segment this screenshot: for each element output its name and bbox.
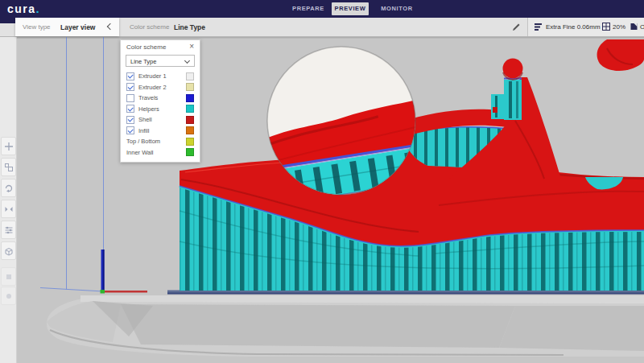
- extruder-1-checkbox[interactable]: [126, 72, 134, 80]
- travels-swatch: [186, 94, 194, 102]
- support-blocker-icon: [4, 246, 14, 256]
- cura-logo: cura.: [7, 0, 39, 18]
- legend-label: Extruder 2: [138, 84, 167, 91]
- extruder-2-swatch: [186, 83, 194, 91]
- tab-preview[interactable]: PREVIEW: [332, 2, 369, 15]
- 3d-viewport[interactable]: [0, 0, 644, 363]
- mast-dome: [503, 59, 523, 79]
- mast-support-column: [504, 80, 522, 120]
- infill-grid-icon: [602, 23, 610, 31]
- legend-label: Infill: [138, 127, 149, 134]
- chevron-down-icon: [184, 57, 190, 63]
- move-tool-button[interactable]: [1, 137, 16, 155]
- scale-icon: [4, 163, 14, 172]
- color-scheme-panel-header[interactable]: Color scheme ×: [121, 40, 200, 53]
- legend-row-extruder-1: Extruder 1: [121, 71, 200, 82]
- rotate-tool-button[interactable]: [1, 179, 16, 197]
- legend-row-helpers: Helpers: [121, 104, 200, 115]
- helpers-swatch: [186, 105, 194, 113]
- support-value: O: [640, 23, 644, 31]
- view-type-value: Layer view: [60, 23, 95, 31]
- legend-row-extruder-2: Extruder 2: [121, 82, 200, 93]
- support-icon: [630, 23, 638, 31]
- logo-notch: [0, 18, 15, 23]
- x-axis: [104, 291, 147, 293]
- dropdown-value: Line Type: [130, 58, 156, 65]
- model-baseline: [167, 291, 644, 295]
- extra-tool-2-button[interactable]: [1, 287, 16, 305]
- infill-checkbox[interactable]: [126, 126, 134, 134]
- legend-row-travels: Travels: [121, 93, 200, 104]
- legend-label: Helpers: [138, 105, 159, 113]
- line-type-dropdown[interactable]: Line Type: [126, 55, 195, 67]
- profile-value: Extra Fine 0.06mm: [546, 23, 601, 31]
- view-type-label: View type: [23, 23, 51, 31]
- legend-label: Travels: [138, 94, 158, 101]
- move-icon: [4, 142, 14, 151]
- legend-row-top-bottom: Top / Bottom: [121, 136, 200, 147]
- legend-row-shell: Shell: [121, 114, 200, 126]
- extra-tool-2-icon: [4, 291, 14, 301]
- legend-row-infill: Infill: [121, 126, 200, 137]
- extra-tool-1-button[interactable]: [1, 267, 16, 286]
- bow-tip: [597, 39, 644, 71]
- close-icon[interactable]: ×: [189, 43, 194, 51]
- mirror-tool-button[interactable]: [1, 200, 16, 218]
- chevron-left-icon[interactable]: [107, 23, 114, 30]
- print-settings-summary[interactable]: Extra Fine 0.06mm 20% O: [527, 18, 644, 36]
- mirror-icon: [4, 204, 14, 214]
- panel-title: Color scheme: [126, 43, 189, 51]
- travels-checkbox[interactable]: [126, 94, 134, 102]
- tab-monitor[interactable]: MONITOR: [372, 2, 422, 15]
- support-blocker-button[interactable]: [1, 241, 16, 260]
- pencil-icon[interactable]: [512, 23, 521, 31]
- infill-value: 20%: [613, 23, 625, 31]
- origin-dot: [101, 290, 105, 294]
- tab-prepare[interactable]: PREPARE: [283, 2, 333, 15]
- logo-dot: .: [36, 2, 39, 15]
- per-model-settings-button[interactable]: [1, 221, 16, 239]
- scale-tool-button[interactable]: [1, 158, 16, 176]
- inner-wall-swatch: [186, 148, 194, 156]
- stage-toolbar: View type Layer view Color scheme Line T…: [0, 18, 644, 37]
- extruder-2-checkbox[interactable]: [126, 83, 134, 91]
- shell-swatch: [186, 116, 194, 124]
- top-navigation-bar: cura. PREPARE PREVIEW MONITOR: [0, 0, 644, 18]
- color-scheme-value[interactable]: Line Type: [174, 23, 205, 31]
- top-bottom-swatch: [186, 138, 194, 146]
- legend-label: Inner Wall: [126, 149, 153, 156]
- color-scheme-label: Color scheme: [130, 23, 169, 31]
- per-model-settings-icon: [4, 225, 14, 235]
- legend-label: Shell: [138, 116, 152, 123]
- left-tool-sidebar: [0, 36, 17, 363]
- helpers-checkbox[interactable]: [126, 105, 134, 113]
- color-scheme-panel: Color scheme × Line Type Extruder 1 Extr…: [120, 39, 200, 163]
- legend-label: Extruder 1: [138, 72, 167, 80]
- shell-checkbox[interactable]: [126, 116, 134, 124]
- ghost-hull: [47, 295, 644, 357]
- legend-row-inner-wall: Inner Wall: [121, 147, 200, 159]
- rotate-icon: [4, 184, 14, 193]
- extruder-1-swatch: [186, 72, 194, 80]
- layer-height-icon: [535, 23, 543, 31]
- infill-swatch: [186, 126, 194, 134]
- extra-tool-1-icon: [4, 272, 14, 282]
- view-type-selector[interactable]: View type Layer view: [15, 18, 119, 36]
- legend-label: Top / Bottom: [126, 138, 160, 145]
